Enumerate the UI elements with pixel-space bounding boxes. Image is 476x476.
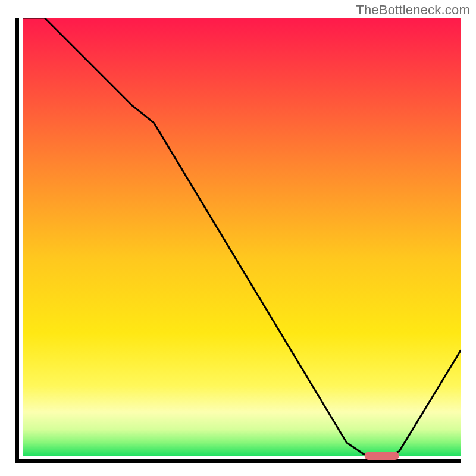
optimal-range-marker [364, 452, 399, 460]
chart-root: TheBottleneck.com [0, 0, 476, 476]
bottleneck-curve [23, 18, 461, 455]
plot-frame [15, 18, 461, 463]
attribution-text: TheBottleneck.com [356, 2, 470, 18]
plot-area [23, 18, 461, 456]
curve-overlay [23, 18, 461, 456]
